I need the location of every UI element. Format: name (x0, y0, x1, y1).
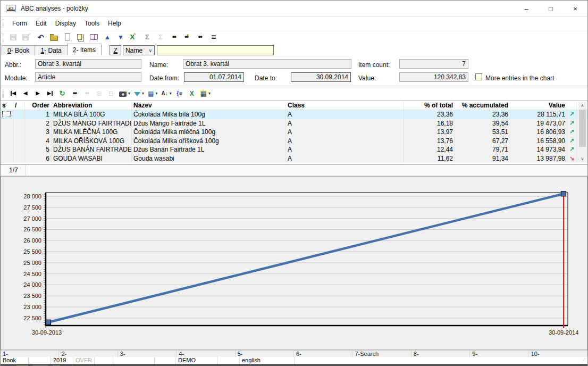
column-select-icon[interactable]: {≡ (174, 88, 185, 99)
table-row[interactable]: 4MILKA OŘÍŠKOVÁ 100GČokoláda Milka oříšk… (1, 137, 587, 146)
fkey-slot-5[interactable]: 5- (236, 351, 294, 357)
menu-help[interactable]: Help (104, 18, 125, 29)
fkey-slot-2[interactable]: 2- (59, 351, 117, 357)
related-data-icon-dropdown[interactable]: ▾ (155, 91, 157, 96)
grid-settings-icon[interactable]: ▦▾ (199, 88, 212, 99)
cell-pct-accumulated: 91,34 (455, 154, 510, 163)
sum-icon[interactable]: Σ (142, 31, 153, 43)
sort-icon-dropdown[interactable]: ▾ (170, 91, 172, 96)
copy-document-icon[interactable] (75, 31, 86, 43)
fkey-slot-7[interactable]: 7-Search (352, 351, 411, 357)
snapshot-icon-dropdown[interactable]: ▾ (128, 91, 130, 96)
bookmark-remove-icon[interactable]: ⊟ (106, 88, 116, 99)
fkey-slot-3[interactable]: 3- (118, 351, 177, 357)
scroll-up-icon[interactable]: ∧ (578, 102, 586, 109)
cell-pct-total: 12,44 (404, 145, 455, 154)
fkey-slot-4[interactable]: 4- (177, 351, 235, 357)
filter-icon-dropdown[interactable]: ▾ (142, 91, 144, 96)
scroll-down-icon[interactable]: ∨ (578, 155, 586, 162)
fkey-slot-10[interactable]: 10- (529, 351, 587, 357)
close-button[interactable]: × (563, 1, 587, 17)
module-field[interactable] (35, 72, 141, 82)
cell-value: 13 987,98 (510, 154, 567, 163)
excel-edit-icon[interactable]: X✎ (129, 31, 139, 43)
table-row[interactable]: 6GOUDA WASABIGouda wasabiA11,6291,3413 9… (1, 154, 587, 163)
find-up-icon[interactable]: ●●▴ (182, 31, 192, 43)
tab-items[interactable]: 2 - Items (67, 44, 102, 55)
minimize-button[interactable]: – (514, 1, 539, 17)
menu-list-icon[interactable]: ≡ (208, 31, 219, 43)
excel-export-icon[interactable]: X (187, 88, 197, 99)
column-header-s[interactable]: s (1, 101, 13, 110)
find-icon[interactable]: ●● (169, 31, 179, 43)
tab-book[interactable]: 0 - Book (2, 45, 35, 55)
column-header-[interactable]: / (13, 101, 25, 110)
table-row[interactable]: 3MILKA MLÉČNÁ 100GČokoláda Milka mléčná … (1, 128, 587, 137)
new-document-icon[interactable] (62, 31, 73, 43)
move-down-icon[interactable]: ▼ (115, 31, 126, 43)
sum-filtered-icon[interactable]: Σ (155, 31, 166, 43)
column-header-oftotal[interactable]: % of total (404, 101, 455, 110)
column-header-value[interactable]: Value (510, 101, 567, 110)
resize-grip[interactable]: ⋰ (581, 357, 587, 364)
refresh-icon[interactable]: ↻ (57, 88, 68, 99)
prev-record-icon[interactable]: ◀ (20, 88, 31, 99)
name-field[interactable] (183, 59, 351, 69)
filter-icon[interactable]: ▾ (133, 88, 145, 99)
snapshot-icon[interactable]: ▾ (118, 88, 131, 99)
cell-pct-accumulated: 67,27 (455, 137, 510, 146)
column-header-class[interactable]: Class (286, 101, 404, 110)
search-column-select[interactable]: Name ∨ (123, 45, 155, 55)
menu-display[interactable]: Display (51, 18, 80, 29)
table-scrollbar[interactable]: ∧ ∨ (578, 102, 586, 162)
tab-data[interactable]: 1 - Data (35, 45, 67, 55)
bookmark-add-icon[interactable]: ⊞ (94, 88, 104, 99)
date-to-field[interactable] (291, 72, 351, 82)
cell-pct-total: 13,97 (404, 128, 455, 137)
status-2019: 2019 (51, 357, 73, 364)
last-record-icon[interactable]: ▶ (45, 88, 55, 99)
grid-settings-icon-dropdown[interactable]: ▾ (208, 91, 211, 96)
next-record-icon[interactable]: ▶ (32, 88, 43, 99)
column-header-order[interactable]: Order (25, 101, 52, 110)
save-icon[interactable] (8, 31, 19, 43)
fkey-slot-1[interactable]: 1- (1, 351, 59, 357)
sort-icon[interactable]: A↓▾ (160, 88, 172, 99)
more-entries-checkbox[interactable] (475, 73, 482, 80)
open-icon[interactable] (49, 31, 60, 43)
table-row[interactable]: 5DŽUS BANÁN FAIRTRADEDžus Banán Fairtrad… (1, 145, 587, 154)
first-record-icon[interactable]: ◀ (8, 88, 19, 99)
search-icon[interactable]: ●● (69, 88, 80, 99)
move-up-icon[interactable]: ▲ (102, 31, 113, 43)
item-count-field[interactable] (399, 59, 468, 69)
column-header-accumulated[interactable]: % accumulated (455, 101, 510, 110)
undo-icon[interactable]: ↶ (36, 31, 46, 43)
save-as-icon[interactable]: ↗ (21, 31, 33, 43)
column-header-nzev[interactable]: Název (132, 101, 286, 110)
fkey-slot-9[interactable]: 9- (470, 351, 528, 357)
cell-abbreviation: DŽUS BANÁN FAIRTRADE (52, 145, 132, 154)
z-button[interactable]: Z (110, 45, 121, 55)
value-field[interactable] (399, 72, 468, 82)
menu-tools[interactable]: Tools (80, 18, 104, 29)
fkey-slot-8[interactable]: 8- (411, 351, 470, 357)
menu-edit[interactable]: Edit (31, 18, 51, 29)
abbr-field[interactable] (35, 59, 141, 69)
find-next-icon[interactable]: ●●ˆ (195, 31, 206, 43)
book-icon[interactable] (89, 31, 99, 43)
search-next-icon[interactable]: ●● (81, 88, 92, 99)
fkey-slot-6[interactable]: 6- (294, 351, 352, 357)
divider (26, 165, 26, 176)
table-row[interactable]: 2DŽUS MANGO FAIRTRADEDžus Mango Fairtrad… (1, 119, 587, 128)
y-tick-label: 27 500 (23, 204, 41, 211)
cell-mark (13, 128, 25, 137)
scrollbar-thumb[interactable] (579, 110, 586, 147)
related-data-icon[interactable]: ▦▾ (147, 88, 158, 99)
search-input[interactable] (157, 45, 274, 55)
cell-class: A (286, 119, 404, 128)
table-row[interactable]: 1MILKA BÍLÁ 100GČokoláda Milka bílá 100g… (1, 110, 587, 119)
maximize-button[interactable]: □ (539, 1, 563, 17)
column-header-abbreviation[interactable]: Abbreviation (52, 101, 132, 110)
date-from-field[interactable] (184, 72, 244, 82)
menu-form[interactable]: Form (8, 18, 31, 29)
